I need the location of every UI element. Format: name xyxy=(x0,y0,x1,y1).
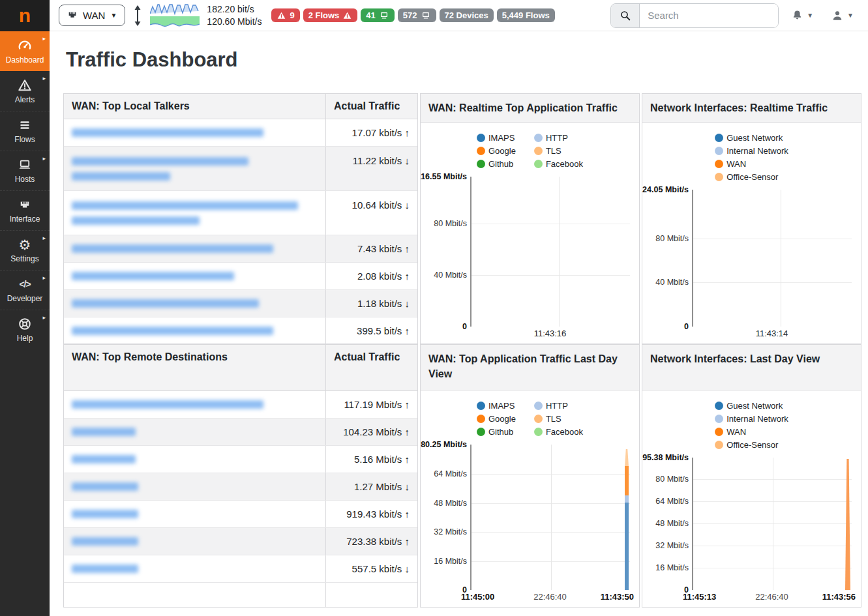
submenu-caret-icon: ▸ xyxy=(42,315,46,321)
badge-flows-count[interactable]: 5,449 Flows xyxy=(497,8,555,22)
submenu-caret-icon: ▸ xyxy=(42,275,46,281)
host-name-cell xyxy=(64,418,325,445)
legend-item[interactable]: Office-Sensor xyxy=(715,440,788,450)
sidebar-item-alerts[interactable]: ▸Alerts xyxy=(0,71,50,111)
traffic-value: 399.5 bit/s ↑ xyxy=(325,317,417,344)
legend-item[interactable]: Facebook xyxy=(534,159,583,169)
sidebar-item-developer[interactable]: ▸</>Developer xyxy=(0,270,50,310)
legend-swatch xyxy=(477,428,485,436)
badge-total-hosts[interactable]: 572 xyxy=(398,8,436,22)
legend-item[interactable]: HTTP xyxy=(534,133,583,143)
legend-item[interactable]: HTTP xyxy=(534,401,583,411)
table-row: 7.43 kbit/s ↑ xyxy=(64,235,417,263)
redacted-host-link[interactable] xyxy=(72,455,136,463)
table-row: 557.5 kbit/s ↓ xyxy=(64,555,417,583)
submenu-caret-icon: ▸ xyxy=(42,156,46,162)
table-row: 10.64 kbit/s ↓ xyxy=(64,191,417,235)
x-axis-labels: 11:43:16 xyxy=(470,327,630,341)
legend-label: IMAPS xyxy=(488,401,515,411)
redacted-host-link[interactable] xyxy=(72,299,259,308)
badge-alerted-flows[interactable]: 2 Flows xyxy=(303,8,358,22)
redacted-host-link[interactable] xyxy=(72,537,138,546)
legend-item[interactable]: Github xyxy=(477,159,516,169)
interface-selector-button[interactable]: WAN ▼ xyxy=(59,5,125,26)
legend-item[interactable]: TLS xyxy=(534,146,583,156)
redacted-host-link[interactable] xyxy=(72,272,234,280)
legend-swatch xyxy=(534,134,543,142)
sidebar-item-label: Interface xyxy=(10,214,40,224)
sidebar-item-settings[interactable]: ▸⚙Settings xyxy=(0,230,50,270)
redacted-host-link[interactable] xyxy=(72,482,138,491)
redacted-host-link[interactable] xyxy=(72,400,263,409)
panel-wan-apps-lastday: WAN: Top Application Traffic Last Day Vi… xyxy=(420,344,640,608)
redacted-host-link[interactable] xyxy=(72,216,200,225)
ntopng-logo[interactable]: n xyxy=(0,0,50,31)
host-name-cell xyxy=(64,147,325,190)
gauge-icon xyxy=(17,38,33,53)
sidebar-item-dashboard[interactable]: ▸Dashboard xyxy=(0,31,50,71)
warning-icon xyxy=(342,11,352,20)
badge-text: 9 xyxy=(290,10,294,20)
laptop-icon xyxy=(421,11,431,20)
legend-item[interactable]: TLS xyxy=(534,414,583,424)
laptop-icon xyxy=(379,11,389,20)
legend-label: Facebook xyxy=(546,159,583,169)
traffic-value: 17.07 kbit/s ↑ xyxy=(325,119,417,146)
legend-item[interactable]: Github xyxy=(477,427,516,437)
upload-rate: 182.20 bit/s xyxy=(207,3,262,15)
sidebar-item-flows[interactable]: Flows xyxy=(0,111,50,151)
top-bar: WAN ▼ 182.20 bit/s 120.60 Mbit/s 92 Flow… xyxy=(50,0,868,31)
legend-label: Internal Network xyxy=(726,146,788,156)
host-name-cell xyxy=(64,501,325,527)
legend-item[interactable]: IMAPS xyxy=(477,401,516,411)
redacted-host-link[interactable] xyxy=(72,157,248,166)
user-menu-dropdown[interactable]: ▼ xyxy=(831,9,854,22)
legend-item[interactable]: Google xyxy=(477,414,516,424)
badge-text: 5,449 Flows xyxy=(502,10,550,20)
legend-swatch xyxy=(715,134,723,142)
table-title: WAN: Top Local Talkers xyxy=(64,94,325,119)
ethernet-icon xyxy=(67,9,78,22)
badge-devices-count[interactable]: 72 Devices xyxy=(440,8,494,22)
legend-label: Google xyxy=(488,414,516,424)
legend-item[interactable]: WAN xyxy=(715,159,788,169)
legend-item[interactable]: Guest Network xyxy=(715,401,788,411)
redacted-host-link[interactable] xyxy=(72,244,273,253)
legend-label: Github xyxy=(488,159,513,169)
redacted-host-link[interactable] xyxy=(72,565,138,573)
traffic-value: 5.16 Mbit/s ↑ xyxy=(325,446,417,473)
legend-label: Guest Network xyxy=(726,401,783,411)
redacted-host-link[interactable] xyxy=(72,201,298,210)
traffic-value: 117.19 Mbit/s ↑ xyxy=(325,391,417,418)
badge-active-hosts[interactable]: 41 xyxy=(361,8,394,22)
search-input[interactable] xyxy=(640,4,778,27)
redacted-host-link[interactable] xyxy=(72,128,263,137)
legend-item[interactable]: Facebook xyxy=(534,427,583,437)
legend-item[interactable]: Office-Sensor xyxy=(715,172,788,182)
redacted-host-link[interactable] xyxy=(72,327,273,335)
panel-top-remote-destinations: WAN: Top Remote Destinations Actual Traf… xyxy=(63,344,418,608)
host-name-cell xyxy=(64,235,325,262)
notifications-dropdown[interactable]: ▼ xyxy=(791,9,813,22)
legend-item[interactable]: WAN xyxy=(715,427,788,437)
legend-item[interactable]: Guest Network xyxy=(715,133,788,143)
chart-legend: Guest NetworkInternal NetworkWANOffice-S… xyxy=(648,401,856,450)
legend-item[interactable]: Google xyxy=(477,146,516,156)
badge-engaged-alerts[interactable]: 9 xyxy=(271,8,299,22)
sidebar-item-hosts[interactable]: ▸Hosts xyxy=(0,151,50,190)
legend-item[interactable]: IMAPS xyxy=(477,133,516,143)
legend-label: HTTP xyxy=(546,401,568,411)
redacted-host-link[interactable] xyxy=(72,172,170,181)
sidebar-item-interface[interactable]: Interface xyxy=(0,190,50,230)
traffic-value: 1.27 Mbit/s ↓ xyxy=(325,473,417,500)
host-name-cell xyxy=(64,473,325,500)
legend-swatch xyxy=(715,160,723,168)
redacted-host-link[interactable] xyxy=(72,510,138,518)
sidebar-item-help[interactable]: ▸Help xyxy=(0,310,50,349)
user-icon xyxy=(831,9,844,22)
redacted-host-link[interactable] xyxy=(72,428,136,436)
legend-item[interactable]: Internal Network xyxy=(715,414,788,424)
legend-item[interactable]: Internal Network xyxy=(715,146,788,156)
panel-interfaces-realtime: Network Interfaces: Realtime Traffic Gue… xyxy=(642,93,861,344)
x-axis-labels: 11:45:0022:46:4011:43:50 xyxy=(470,590,630,604)
